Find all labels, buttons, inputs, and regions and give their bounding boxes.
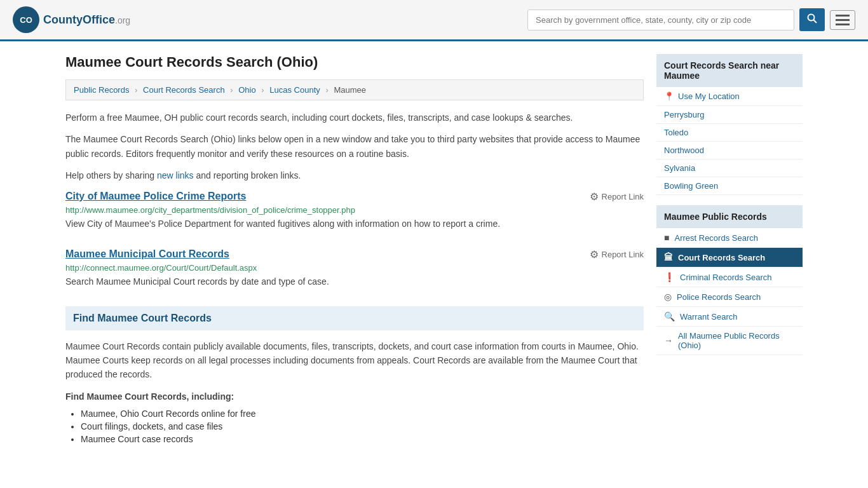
search-input[interactable] xyxy=(527,10,794,30)
breadcrumb-lucas-county[interactable]: Lucas County xyxy=(269,85,320,95)
sidebar-item-label-1: Court Records Search xyxy=(678,253,765,262)
sidebar-icon-2: ❗ xyxy=(664,272,675,282)
nearby-link-3[interactable]: Sylvania xyxy=(656,159,803,177)
find-list-item-2: Maumee Court case records xyxy=(81,434,644,444)
sidebar-item-label-4: Warrant Search xyxy=(680,312,738,322)
link-url-1[interactable]: http://connect.maumee.org/Court/Court/De… xyxy=(65,263,644,273)
find-section-list: Maumee, Ohio Court Records online for fr… xyxy=(81,409,644,444)
breadcrumb-public-records[interactable]: Public Records xyxy=(74,85,129,95)
content-area: Maumee Court Records Search (Ohio) Publi… xyxy=(65,54,644,447)
page-title: Maumee Court Records Search (Ohio) xyxy=(65,54,644,71)
sidebar-icon-5: → xyxy=(664,336,673,346)
intro-para-3: Help others by sharing new links and rep… xyxy=(65,168,644,182)
use-location-link[interactable]: Use My Location xyxy=(678,92,740,101)
link-title-0[interactable]: City of Maumee Police Crime Reports xyxy=(65,191,247,202)
sidebar: Court Records Search near Maumee 📍 Use M… xyxy=(656,54,803,447)
sidebar-icon-1: 🏛 xyxy=(664,252,673,262)
logo-area: CO CountyOffice.org xyxy=(13,6,130,33)
breadcrumb-court-records-search[interactable]: Court Records Search xyxy=(143,85,225,95)
find-list-item-0: Maumee, Ohio Court Records online for fr… xyxy=(81,409,644,419)
sidebar-item-label-5: All Maumee Public Records (Ohio) xyxy=(678,331,795,350)
report-icon-1: ⚙ xyxy=(590,248,599,261)
link-header-row-1: Maumee Municipal Court Records ⚙ Report … xyxy=(65,248,644,261)
search-button[interactable] xyxy=(799,8,825,31)
nearby-link-4[interactable]: Bowling Green xyxy=(656,177,803,195)
breadcrumb-ohio[interactable]: Ohio xyxy=(238,85,255,95)
find-list-item-1: Court filings, dockets, and case files xyxy=(81,421,644,431)
menu-bar-2 xyxy=(836,19,850,21)
report-link-btn-1[interactable]: ⚙ Report Link xyxy=(590,248,644,261)
svg-line-3 xyxy=(814,20,817,24)
logo-icon: CO xyxy=(13,6,39,33)
public-records-item-4[interactable]: 🔍 Warrant Search xyxy=(656,307,803,327)
menu-button[interactable] xyxy=(830,10,855,30)
nearby-title: Court Records Search near Maumee xyxy=(656,54,803,87)
report-link-label-1: Report Link xyxy=(602,250,644,259)
link-url-0[interactable]: http://www.maumee.org/city_departments/d… xyxy=(65,205,644,215)
nearby-links: PerrysburgToledoNorthwoodSylvaniaBowling… xyxy=(656,106,803,195)
svg-point-2 xyxy=(808,15,815,21)
sidebar-item-label-0: Arrest Records Search xyxy=(674,233,758,243)
header: CO CountyOffice.org xyxy=(0,0,868,41)
sidebar-icon-4: 🔍 xyxy=(664,311,675,322)
breadcrumb-maumee: Maumee xyxy=(334,85,366,95)
new-links-link[interactable]: new links xyxy=(157,170,194,180)
location-pin-icon: 📍 xyxy=(664,92,674,101)
link-entries: City of Maumee Police Crime Reports ⚙ Re… xyxy=(65,191,644,288)
link-header-row-0: City of Maumee Police Crime Reports ⚙ Re… xyxy=(65,191,644,203)
intro-para-2: The Maumee Court Records Search (Ohio) l… xyxy=(65,132,644,161)
intro-para-1: Perform a free Maumee, OH public court r… xyxy=(65,111,644,125)
search-area xyxy=(527,8,855,31)
find-list-heading: Find Maumee Court Records, including: xyxy=(65,390,644,403)
main-wrapper: Maumee Court Records Search (Ohio) Publi… xyxy=(53,41,815,459)
link-entry-1: Maumee Municipal Court Records ⚙ Report … xyxy=(65,248,644,288)
report-link-btn-0[interactable]: ⚙ Report Link xyxy=(590,191,644,203)
find-section-heading: Find Maumee Court Records xyxy=(65,306,644,330)
nearby-link-0[interactable]: Perrysburg xyxy=(656,106,803,124)
sidebar-item-label-3: Police Records Search xyxy=(677,292,761,302)
link-desc-0: View City of Maumee's Police Department … xyxy=(65,217,644,231)
public-records-section: Maumee Public Records ■ Arrest Records S… xyxy=(656,205,803,355)
report-link-label-0: Report Link xyxy=(602,192,644,201)
logo-text: CountyOffice.org xyxy=(43,13,130,27)
find-section-body: Maumee Court Records contain publicly av… xyxy=(65,339,644,382)
nearby-section: Court Records Search near Maumee 📍 Use M… xyxy=(656,54,803,195)
svg-text:CO: CO xyxy=(20,15,32,25)
breadcrumb: Public Records › Court Records Search › … xyxy=(65,79,644,100)
public-records-item-1[interactable]: 🏛 Court Records Search xyxy=(656,248,803,268)
nearby-link-2[interactable]: Northwood xyxy=(656,142,803,159)
nearby-link-1[interactable]: Toledo xyxy=(656,124,803,142)
menu-bar-1 xyxy=(836,15,850,17)
sidebar-icon-0: ■ xyxy=(664,233,669,243)
public-records-item-5[interactable]: → All Maumee Public Records (Ohio) xyxy=(656,327,803,355)
link-title-1[interactable]: Maumee Municipal Court Records xyxy=(65,248,229,260)
menu-bar-3 xyxy=(836,24,850,25)
public-records-item-0[interactable]: ■ Arrest Records Search xyxy=(656,228,803,248)
report-icon-0: ⚙ xyxy=(590,191,599,203)
use-location[interactable]: 📍 Use My Location xyxy=(656,87,803,106)
link-desc-1: Search Maumee Municipal Court records by… xyxy=(65,275,644,288)
public-records-title: Maumee Public Records xyxy=(656,205,803,228)
sidebar-item-label-2: Criminal Records Search xyxy=(680,273,772,282)
sidebar-icon-3: ◎ xyxy=(664,292,672,302)
public-records-item-2[interactable]: ❗ Criminal Records Search xyxy=(656,268,803,287)
public-records-item-3[interactable]: ◎ Police Records Search xyxy=(656,287,803,307)
public-records-items: ■ Arrest Records Search 🏛 Court Records … xyxy=(656,228,803,355)
link-entry-0: City of Maumee Police Crime Reports ⚙ Re… xyxy=(65,191,644,231)
